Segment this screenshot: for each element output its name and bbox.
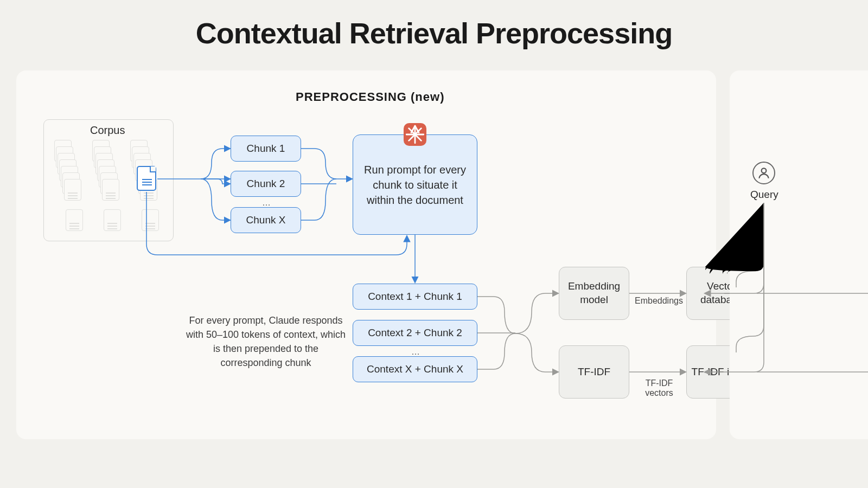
embedding-model-box: Embedding model <box>559 267 629 320</box>
document-icon <box>66 209 83 231</box>
document-icon <box>64 179 81 201</box>
document-icon <box>104 209 121 231</box>
claude-logo-icon <box>404 123 426 146</box>
document-icon <box>142 209 159 231</box>
context-chunk-box: Context 1 + Chunk 1 <box>353 284 477 310</box>
explanation-text: For every prompt, Claude responds with 5… <box>184 313 347 370</box>
query-label: Query <box>750 189 778 201</box>
ellipsis-text: … <box>411 347 420 357</box>
runtime-panel: Query <box>730 70 868 439</box>
chunk-box: Chunk 2 <box>231 171 301 197</box>
chunk-box: Chunk 1 <box>231 136 301 162</box>
chunk-box: Chunk X <box>231 207 301 233</box>
selected-document-icon <box>137 166 156 191</box>
user-icon <box>752 162 775 184</box>
ellipsis-text: … <box>262 198 271 208</box>
embeddings-edge-label: Embeddings <box>635 296 683 306</box>
preprocessing-panel: PREPROCESSING (new) Corpus Chunk 1 Chunk… <box>16 70 716 439</box>
context-chunk-box: Context X + Chunk X <box>353 356 477 382</box>
corpus-label: Corpus <box>90 124 125 137</box>
tfidf-vectors-edge-label: TF-IDF vectors <box>640 378 678 398</box>
section-label: PREPROCESSING (new) <box>296 90 444 104</box>
document-icon <box>102 179 119 201</box>
svg-point-6 <box>762 168 767 173</box>
tfidf-box: TF-IDF <box>559 345 629 399</box>
page-title: Contextual Retrieval Preprocessing <box>0 0 868 50</box>
context-chunk-box: Context 2 + Chunk 2 <box>353 320 477 346</box>
prompt-box: Run prompt for every chunk to situate it… <box>353 134 477 235</box>
